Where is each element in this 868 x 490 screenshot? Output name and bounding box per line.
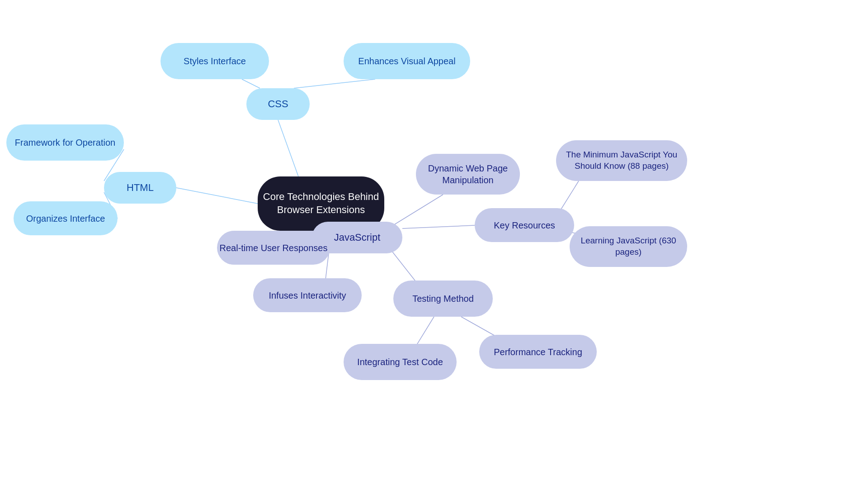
performance-node-label: Performance Tracking [494,346,582,358]
svg-line-5 [242,79,260,88]
enhances-node-label: Enhances Visual Appeal [358,55,455,67]
css-node[interactable]: CSS [246,88,310,120]
infuses-node[interactable]: Infuses Interactivity [253,278,362,312]
minimum-node-label: The Minimum JavaScript You Should Know (… [556,149,687,171]
learning-node-label: Learning JavaScript (630 pages) [570,235,687,257]
testing-node[interactable]: Testing Method [393,281,493,317]
keyresources-node[interactable]: Key Resources [475,208,574,242]
minimum-node[interactable]: The Minimum JavaScript You Should Know (… [556,140,687,181]
framework-node-label: Framework for Operation [15,137,115,148]
dynamic-node-label: Dynamic Web Page Manipulation [416,162,520,186]
center-node-label: Core Technologies Behind Browser Extensi… [258,190,384,216]
framework-node[interactable]: Framework for Operation [6,124,124,161]
css-node-label: CSS [268,98,288,111]
styles-node-label: Styles Interface [184,55,246,67]
organizes-node[interactable]: Organizes Interface [14,201,118,235]
svg-line-15 [461,317,497,337]
svg-line-6 [294,79,375,88]
realtime-node[interactable]: Real-time User Responses [217,231,330,265]
svg-line-0 [176,188,258,204]
learning-node[interactable]: Learning JavaScript (630 pages) [570,226,687,267]
html-node-label: HTML [127,181,154,195]
svg-line-11 [402,225,475,228]
styles-node[interactable]: Styles Interface [160,43,269,79]
javascript-node-label: JavaScript [334,231,381,244]
enhances-node[interactable]: Enhances Visual Appeal [344,43,470,79]
performance-node[interactable]: Performance Tracking [479,335,597,369]
svg-line-14 [416,317,434,346]
html-node[interactable]: HTML [104,172,176,204]
integrating-node-label: Integrating Test Code [357,356,443,368]
realtime-node-label: Real-time User Responses [220,242,328,254]
svg-line-1 [278,120,298,176]
keyresources-node-label: Key Resources [494,219,555,231]
integrating-node[interactable]: Integrating Test Code [344,344,457,380]
infuses-node-label: Infuses Interactivity [269,290,346,301]
organizes-node-label: Organizes Interface [26,213,105,224]
dynamic-node[interactable]: Dynamic Web Page Manipulation [416,154,520,195]
testing-node-label: Testing Method [412,293,474,304]
